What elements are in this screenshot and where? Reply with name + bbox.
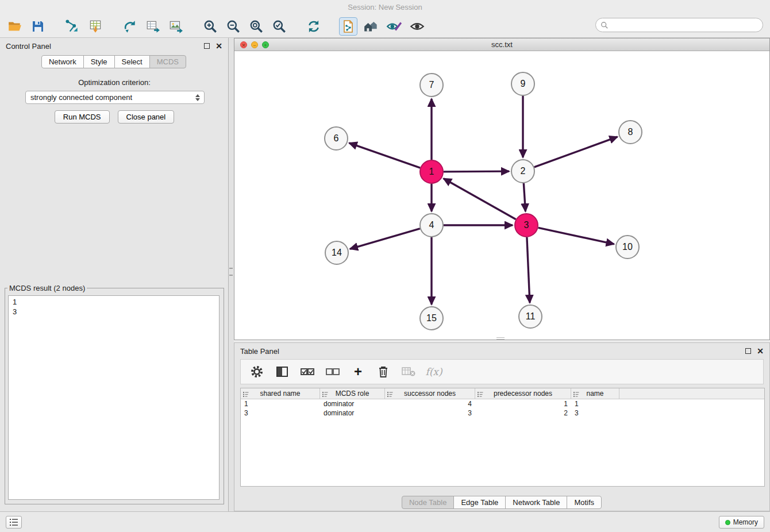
zoom-selected-icon[interactable] [270,17,288,36]
table-toolbar: + f(x) [240,359,764,384]
control-panel: Control Panel ✕ Network Style Select MCD… [0,38,229,511]
result-line: 1 [13,297,215,307]
export-network-icon[interactable] [121,17,139,36]
network-window: ✕ − + scc.txt 7968124314101511 [234,38,770,340]
node-14[interactable]: 14 [325,241,348,264]
node-6[interactable]: 6 [325,127,348,150]
network-window-titlebar[interactable]: ✕ − + scc.txt [234,38,769,51]
edge-3-10[interactable] [538,228,614,244]
edge-4-14[interactable] [350,229,420,249]
sort-icon [387,391,393,399]
edge-2-8[interactable] [534,137,618,167]
column-header-predecessor-nodes[interactable]: predecessor nodes [475,388,571,399]
eye-brush-icon[interactable] [385,17,403,36]
search-box[interactable] [595,18,763,32]
tab-style[interactable]: Style [83,55,115,68]
column-header-successor-nodes[interactable]: successor nodes [385,388,475,399]
edge-3-11[interactable] [527,237,530,303]
dropdown-stepper-icon [194,93,202,102]
import-network-icon[interactable] [63,17,82,36]
table-panel-header: Table Panel ✕ [234,343,769,359]
node-2[interactable]: 2 [511,160,534,183]
criterion-value: strongly connected component [30,93,132,102]
cell-predecessor-nodes: 2 [475,409,571,417]
zoom-out-icon[interactable] [224,17,242,36]
tab-network-table[interactable]: Network Table [505,496,567,509]
gear-icon[interactable] [249,364,265,380]
column-header-shared-name[interactable]: shared name [241,388,320,399]
close-panel-icon[interactable]: ✕ [215,43,222,49]
node-7[interactable]: 7 [420,74,443,97]
column-header-mcds-role[interactable]: MCDS role [320,388,385,399]
svg-text:1: 1 [429,167,434,176]
window-titlebar[interactable]: Session: New Session [0,0,770,15]
node-15[interactable]: 15 [420,307,443,330]
sort-icon [573,391,579,399]
close-window-icon[interactable]: ✕ [240,41,247,48]
open-folder-icon[interactable] [6,17,24,36]
run-mcds-button[interactable]: Run MCDS [55,110,110,124]
save-icon[interactable] [29,17,47,36]
node-9[interactable]: 9 [511,72,534,95]
close-panel-button[interactable]: Close panel [118,110,175,124]
optimization-criterion-label: Optimization criterion: [0,78,229,87]
task-history-icon[interactable] [6,516,22,529]
select-all-icon[interactable] [299,364,315,380]
vertical-splitter[interactable] [229,38,234,511]
home-overview-icon[interactable] [362,17,380,36]
window-title: Session: New Session [348,3,422,11]
edges-layer [349,96,618,304]
trash-icon[interactable] [375,364,391,380]
column-header-name[interactable]: name [571,388,619,399]
node-8[interactable]: 8 [619,121,642,144]
tab-motifs[interactable]: Motifs [567,496,602,509]
cell-shared-name: 3 [241,409,320,417]
deselect-all-icon[interactable] [325,364,341,380]
network-canvas[interactable]: 7968124314101511 [234,51,769,340]
add-column-icon[interactable]: + [350,364,366,380]
zoom-window-icon[interactable]: + [262,41,269,48]
tab-mcds[interactable]: MCDS [149,55,186,68]
edge-2-3[interactable] [523,183,525,211]
search-input[interactable] [609,21,758,29]
memory-button[interactable]: Memory [719,516,764,529]
import-table-icon[interactable] [86,17,105,36]
canvas-scroll-grip-icon[interactable] [496,337,505,340]
export-document-icon[interactable] [339,17,357,36]
memory-status-icon [725,520,730,525]
node-4[interactable]: 4 [420,214,443,237]
svg-text:11: 11 [526,311,536,321]
function-builder-icon[interactable]: f(x) [426,364,442,380]
table-row[interactable]: 3 dominator 3 2 3 [241,408,764,418]
tab-network[interactable]: Network [41,55,84,68]
refresh-icon[interactable] [305,17,323,36]
float-table-panel-icon[interactable] [745,348,751,354]
export-table-icon[interactable] [144,17,162,36]
minimize-window-icon[interactable]: − [251,41,258,48]
cell-name: 1 [571,400,619,408]
eye-icon[interactable] [408,17,426,36]
zoom-in-icon[interactable] [201,17,220,36]
cell-shared-name: 1 [241,400,320,408]
node-11[interactable]: 11 [519,305,542,328]
criterion-dropdown[interactable]: strongly connected component [25,91,205,104]
edge-1-2[interactable] [444,171,509,172]
tab-edge-table[interactable]: Edge Table [453,496,506,509]
node-3[interactable]: 3 [515,214,538,237]
node-1[interactable]: 1 [420,160,443,183]
tab-node-table[interactable]: Node Table [402,496,455,509]
edge-1-6[interactable] [349,143,421,168]
close-table-panel-icon[interactable]: ✕ [757,348,764,354]
edge-3-1[interactable] [444,179,516,219]
node-table: shared name MCDS role successor nodes pr… [240,388,765,487]
mcds-result-box[interactable]: 1 3 [8,295,220,500]
node-10[interactable]: 10 [616,236,639,259]
delete-table-icon[interactable] [401,364,417,380]
columns-icon[interactable] [274,364,290,380]
export-image-icon[interactable] [167,17,185,36]
zoom-fit-icon[interactable] [247,17,265,36]
tab-select[interactable]: Select [114,55,150,68]
svg-text:2: 2 [521,166,526,176]
table-row[interactable]: 1 dominator 4 1 1 [241,399,764,408]
float-panel-icon[interactable] [204,43,210,49]
